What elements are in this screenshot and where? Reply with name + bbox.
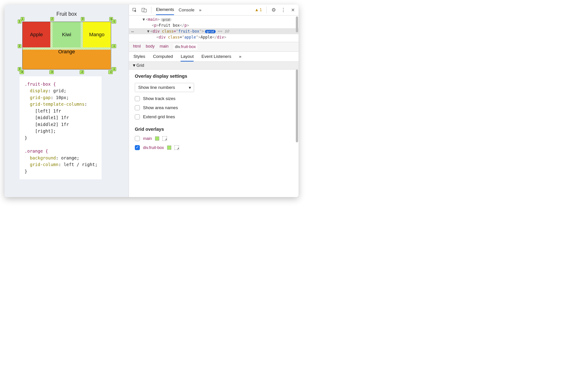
- dom-node-main[interactable]: ▼<main>grid: [129, 16, 298, 22]
- cell-orange[interactable]: [22, 50, 111, 69]
- device-toggle-icon[interactable]: [142, 7, 147, 13]
- subtab-styles[interactable]: Styles: [133, 54, 145, 62]
- grid-line-chip: -2: [80, 70, 84, 74]
- inspect-icon[interactable]: [132, 7, 137, 13]
- svg-rect-2: [144, 9, 147, 12]
- styles-subtabs: Styles Computed Layout Event Listeners »: [129, 52, 298, 62]
- close-icon[interactable]: ✕: [290, 7, 295, 13]
- tabs-more[interactable]: »: [199, 5, 202, 15]
- cell-kiwi[interactable]: Kiwi: [53, 22, 81, 47]
- grid-line-chip: 3: [18, 67, 22, 71]
- grid-badge[interactable]: grid: [161, 18, 171, 21]
- crumb-body[interactable]: body: [146, 44, 155, 50]
- grid-line-chip: 2: [18, 44, 22, 48]
- subtab-computed[interactable]: Computed: [153, 54, 173, 62]
- check-area-names[interactable]: Show area names: [135, 105, 293, 110]
- rendered-page-pane: Fruit box Apple Kiwi Mango Orange 1 2 3 …: [4, 4, 129, 197]
- dom-scrollbar[interactable]: [295, 16, 298, 42]
- grid-badge[interactable]: grid: [205, 30, 216, 33]
- cell-mango[interactable]: Mango: [83, 22, 111, 47]
- kebab-icon[interactable]: ⋮: [281, 7, 286, 13]
- dom-node-fruit-box[interactable]: ▼<div class="fruit-box">grid== $0: [129, 28, 298, 34]
- checkbox-icon[interactable]: [135, 136, 140, 141]
- grid-section-header[interactable]: ▼ Grid: [129, 62, 298, 69]
- check-track-sizes[interactable]: Show track sizes: [135, 96, 293, 101]
- grid-line-chip: 3: [81, 17, 85, 21]
- grid-overlays-header: Grid overlays: [135, 127, 293, 132]
- tab-console[interactable]: Console: [179, 5, 194, 15]
- dom-node-p[interactable]: <p>Fruit box</p>: [129, 22, 298, 28]
- devtools-toolbar: Elements Console » ▲ 1 ⚙ ⋮ ✕: [129, 4, 298, 16]
- warning-indicator[interactable]: ▲ 1: [255, 7, 262, 12]
- grid-line-chip: -1: [112, 20, 116, 23]
- overlay-row-main[interactable]: main: [135, 136, 293, 141]
- crumb-main[interactable]: main: [160, 44, 168, 50]
- crumb-html[interactable]: html: [133, 44, 141, 50]
- toolbar-separator: [266, 7, 267, 13]
- devtools-window: Fruit box Apple Kiwi Mango Orange 1 2 3 …: [4, 4, 298, 197]
- color-swatch[interactable]: [167, 146, 171, 150]
- grid-line-chip: -1: [112, 44, 116, 48]
- checkbox-icon[interactable]: [135, 145, 140, 150]
- grid-overlay-wrap: Apple Kiwi Mango Orange 1 2 3 4 -4 -3 -2…: [22, 22, 111, 69]
- grid-line-chip: -1: [112, 67, 116, 71]
- overlay-settings-header: Overlay display settings: [135, 74, 293, 79]
- page-title: Fruit box: [57, 11, 77, 17]
- checkbox-icon[interactable]: [135, 114, 140, 119]
- highlight-element-icon[interactable]: [162, 136, 167, 141]
- overlay-label[interactable]: main: [143, 136, 152, 141]
- checkbox-icon[interactable]: [135, 105, 140, 110]
- subtab-layout[interactable]: Layout: [181, 54, 194, 62]
- dom-tree[interactable]: ▼<main>grid <p>Fruit box</p> ▼<div class…: [129, 16, 298, 42]
- gear-icon[interactable]: ⚙: [271, 7, 276, 13]
- color-swatch[interactable]: [155, 136, 159, 141]
- grid-line-chip: -3: [49, 70, 54, 74]
- toolbar-separator: [151, 7, 151, 13]
- line-label-select[interactable]: Show line numbers: [135, 83, 194, 92]
- overlay-label[interactable]: div.fruit-box: [143, 145, 164, 150]
- dom-node-apple[interactable]: <div class="apple">Apple</div>: [129, 34, 298, 40]
- cell-apple[interactable]: Apple: [22, 22, 51, 47]
- subtab-event-listeners[interactable]: Event Listeners: [201, 54, 231, 62]
- subtabs-more[interactable]: »: [239, 54, 241, 62]
- layout-scrollbar[interactable]: [295, 69, 298, 154]
- dom-breadcrumb[interactable]: html body main div.fruit-box: [129, 42, 298, 52]
- check-extend-lines[interactable]: Extend grid lines: [135, 114, 293, 119]
- tab-elements[interactable]: Elements: [156, 5, 174, 15]
- grid-line-chip: 2: [50, 17, 54, 21]
- devtools-panel: Elements Console » ▲ 1 ⚙ ⋮ ✕ ▼<main>grid…: [129, 4, 298, 197]
- css-snippet: .fruit-box { display: grid; grid-gap: 10…: [20, 76, 102, 179]
- grid-line-chip: 1: [18, 20, 22, 23]
- crumb-fruit-box[interactable]: div.fruit-box: [173, 44, 197, 50]
- highlight-element-icon[interactable]: [174, 145, 179, 150]
- checkbox-icon[interactable]: [135, 96, 140, 101]
- fruit-box-grid[interactable]: Apple Kiwi Mango Orange: [22, 22, 111, 69]
- overlay-row-fruit-box[interactable]: div.fruit-box: [135, 145, 293, 150]
- layout-panel: Overlay display settings Show line numbe…: [129, 69, 298, 154]
